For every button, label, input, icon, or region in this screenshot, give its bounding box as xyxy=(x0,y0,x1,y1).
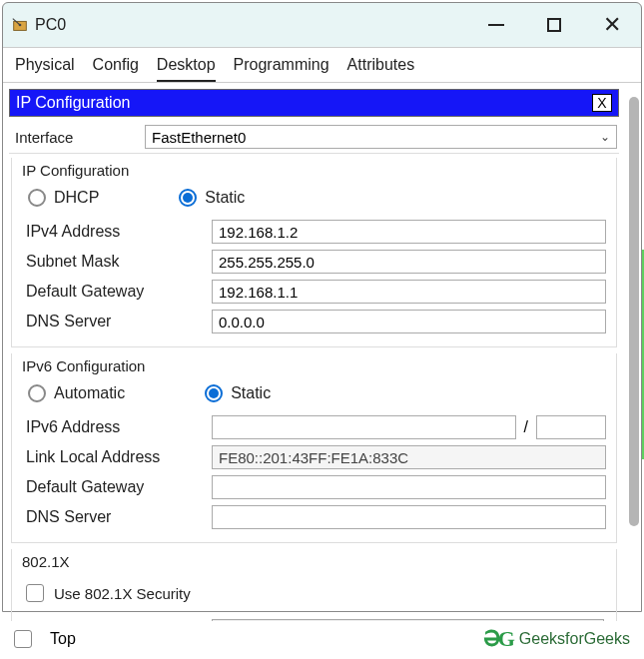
maximize-button[interactable] xyxy=(525,3,583,47)
ipv4-address-row: IPv4 Address 192.168.1.2 xyxy=(22,217,606,247)
automatic-label: Automatic xyxy=(54,384,125,402)
ip-config-panel: IP Configuration X Interface FastEtherne… xyxy=(9,89,619,650)
ipv4-dns-input[interactable]: 0.0.0.0 xyxy=(212,310,606,333)
subnet-mask-input[interactable]: 255.255.255.0 xyxy=(212,250,606,274)
ipv6-gateway-label: Default Gateway xyxy=(22,478,212,496)
brand-logo-icon: ƏG xyxy=(483,626,513,652)
interface-select[interactable]: FastEthernet0 ⌄ xyxy=(145,125,617,149)
ipv6-group-title: IPv6 Configuration xyxy=(18,357,149,374)
radio-unselected-icon xyxy=(28,189,46,207)
dhcp-label: DHCP xyxy=(54,189,99,207)
ipv6-gateway-input[interactable] xyxy=(212,475,606,499)
tab-programming[interactable]: Programming xyxy=(234,56,329,82)
minimize-icon xyxy=(488,24,504,26)
close-window-button[interactable]: ✕ xyxy=(583,3,641,47)
chevron-down-icon: ⌄ xyxy=(600,130,610,144)
ipv4-group-title: IP Configuration xyxy=(18,162,133,179)
panel-title: IP Configuration xyxy=(16,94,130,112)
ipv4-gateway-input[interactable]: 192.168.1.1 xyxy=(212,280,606,304)
static-label: Static xyxy=(231,384,271,402)
ipv4-gateway-label: Default Gateway xyxy=(22,283,212,301)
app-window: PC0 ✕ Physical Config Desktop Programmin… xyxy=(2,2,642,612)
radio-selected-icon xyxy=(205,384,223,402)
ipv6-dns-label: DNS Server xyxy=(22,508,212,526)
tab-physical[interactable]: Physical xyxy=(15,56,75,82)
use-8021x-row: Use 802.1X Security xyxy=(22,578,606,612)
ipv4-address-input[interactable]: 192.168.1.2 xyxy=(212,220,606,244)
close-icon: ✕ xyxy=(603,12,621,38)
panel-header: IP Configuration X xyxy=(9,89,619,117)
maximize-icon xyxy=(547,18,561,32)
ipv6-group: IPv6 Configuration Automatic Static IPv6… xyxy=(11,353,617,543)
ipv4-dns-row: DNS Server 0.0.0.0 xyxy=(22,307,606,336)
ipv6-auto-radio[interactable]: Automatic xyxy=(28,384,125,402)
ipv4-gateway-row: Default Gateway 192.168.1.1 xyxy=(22,277,606,307)
ipv4-static-radio[interactable]: Static xyxy=(179,189,245,207)
tab-config[interactable]: Config xyxy=(93,56,139,82)
ipv6-mode-row: Automatic Static xyxy=(22,378,606,412)
ipv6-dns-row: DNS Server xyxy=(22,502,606,532)
titlebar[interactable]: PC0 ✕ xyxy=(3,3,641,47)
interface-row: Interface FastEthernet0 ⌄ xyxy=(9,121,619,154)
tab-attributes[interactable]: Attributes xyxy=(347,56,415,82)
ipv4-group: IP Configuration DHCP Static IPv4 Addres… xyxy=(11,158,617,347)
link-local-row: Link Local Address FE80::201:43FF:FE1A:8… xyxy=(22,442,606,472)
radio-selected-icon xyxy=(179,189,197,207)
use-8021x-label: Use 802.1X Security xyxy=(54,585,191,602)
subnet-mask-row: Subnet Mask 255.255.255.0 xyxy=(22,247,606,277)
footer: Top ƏG GeeksforGeeks xyxy=(2,621,642,657)
minimize-button[interactable] xyxy=(467,3,525,47)
ipv4-address-label: IPv4 Address xyxy=(22,223,212,241)
ipv6-gateway-row: Default Gateway xyxy=(22,472,606,502)
ipv6-static-radio[interactable]: Static xyxy=(205,384,271,402)
link-local-input[interactable]: FE80::201:43FF:FE1A:833C xyxy=(212,445,606,469)
tab-bar: Physical Config Desktop Programming Attr… xyxy=(3,47,641,82)
ipv6-address-row: IPv6 Address / xyxy=(22,412,606,442)
ipv6-dns-input[interactable] xyxy=(212,505,606,529)
link-local-label: Link Local Address xyxy=(22,448,212,466)
static-label: Static xyxy=(205,189,245,207)
brand: ƏG GeeksforGeeks xyxy=(483,626,630,652)
ipv6-prefix-input[interactable] xyxy=(536,415,606,439)
interface-label: Interface xyxy=(15,129,145,146)
footer-left: Top xyxy=(14,630,76,648)
window-title: PC0 xyxy=(35,16,66,34)
brand-text: GeeksforGeeks xyxy=(519,630,630,648)
app-icon xyxy=(11,16,29,34)
tab-desktop[interactable]: Desktop xyxy=(157,56,216,82)
ipv4-dns-label: DNS Server xyxy=(22,313,212,330)
ipv4-mode-row: DHCP Static xyxy=(22,183,606,217)
dot1x-group-title: 802.1X xyxy=(18,553,74,570)
ipv6-address-label: IPv6 Address xyxy=(22,418,212,436)
subnet-mask-label: Subnet Mask xyxy=(22,253,212,271)
window-controls: ✕ xyxy=(467,3,641,47)
ipv6-address-wrap: / xyxy=(212,415,606,439)
panel-close-button[interactable]: X xyxy=(592,94,612,112)
interface-value: FastEthernet0 xyxy=(152,129,246,146)
ipv6-prefix-sep: / xyxy=(522,418,530,436)
radio-unselected-icon xyxy=(28,384,46,402)
ipv6-address-input[interactable] xyxy=(212,415,516,439)
vertical-scrollbar[interactable] xyxy=(629,97,639,526)
top-label: Top xyxy=(50,630,76,648)
svg-point-2 xyxy=(19,24,22,27)
use-8021x-checkbox[interactable] xyxy=(26,584,44,602)
ipv4-dhcp-radio[interactable]: DHCP xyxy=(28,189,99,207)
top-checkbox[interactable] xyxy=(14,630,32,648)
content-area: IP Configuration X Interface FastEtherne… xyxy=(3,82,641,611)
